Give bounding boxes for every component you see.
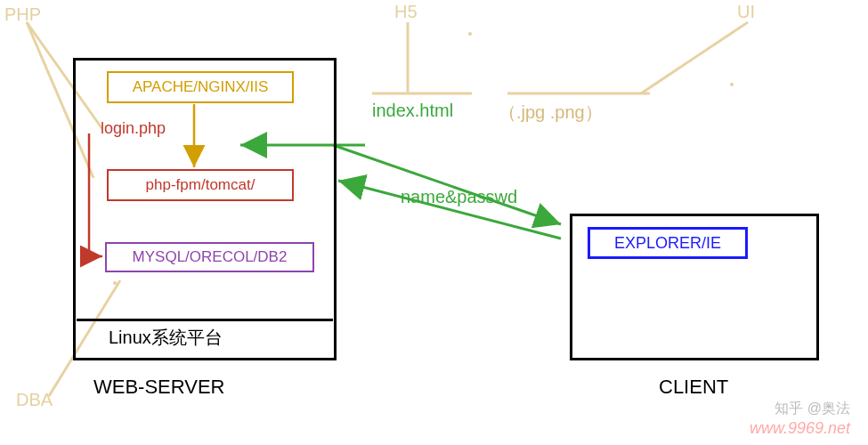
text-indexhtml: index.html [372, 101, 453, 121]
svg-line-5 [641, 22, 748, 93]
text-login-php: login.php [101, 119, 166, 138]
box-explorer: EXPLORER/IE [588, 227, 748, 259]
text-namepass: name&passwd [401, 187, 517, 207]
box-apache: APACHE/NGINX/IIS [107, 71, 294, 103]
label-ui: UI [737, 2, 755, 22]
svg-point-11 [468, 32, 472, 36]
label-h5: H5 [394, 2, 418, 22]
server-outer-box [73, 58, 337, 360]
title-client: CLIENT [659, 376, 728, 399]
box-phpfpm: php-fpm/tomcat/ [107, 169, 294, 201]
svg-line-9 [333, 145, 561, 224]
text-imgext: （.jpg .png） [499, 101, 603, 125]
watermark-zhihu: 知乎 @奥法 [775, 400, 850, 418]
svg-point-12 [730, 83, 734, 86]
title-web-server: WEB-SERVER [93, 376, 225, 399]
label-php: PHP [4, 4, 41, 25]
label-dba: DBA [16, 390, 53, 410]
text-linux: Linux系统平台 [109, 326, 223, 350]
watermark-url: www.9969.net [750, 419, 850, 438]
box-mysql: MYSQL/ORECOL/DB2 [105, 242, 314, 272]
